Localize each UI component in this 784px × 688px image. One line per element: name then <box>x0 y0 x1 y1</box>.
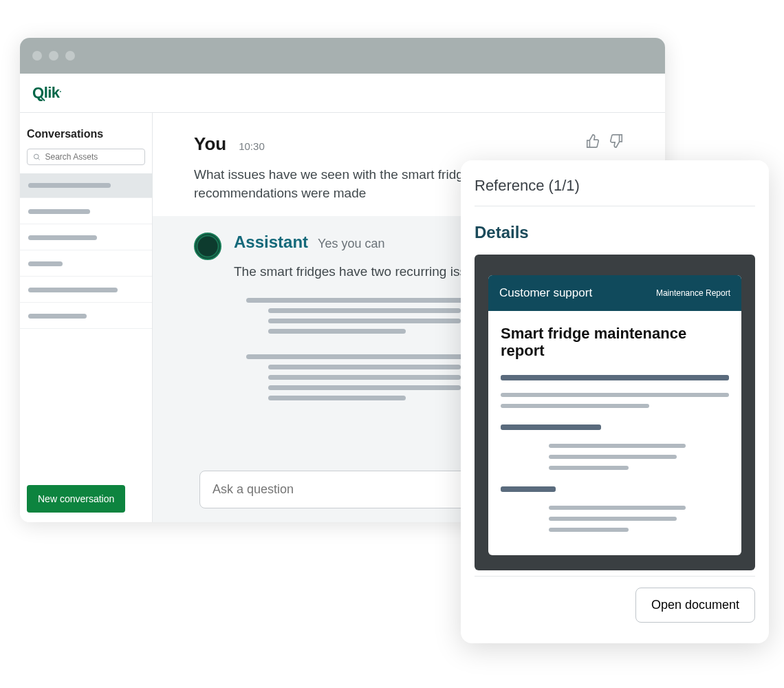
conversation-item[interactable] <box>20 226 152 250</box>
assistant-avatar-icon <box>194 233 221 260</box>
document-tag: Maintenance Report <box>656 288 730 298</box>
message-timestamp: 10:30 <box>239 140 265 152</box>
search-icon <box>33 153 41 162</box>
window-titlebar <box>20 38 665 74</box>
conversation-item[interactable] <box>20 304 152 329</box>
conversation-item[interactable] <box>20 252 152 277</box>
conversation-list <box>20 173 152 329</box>
sidebar-title: Conversations <box>25 121 146 149</box>
svg-point-0 <box>34 154 39 159</box>
assistant-subtitle: Yes you can <box>318 237 384 251</box>
search-input[interactable] <box>45 152 139 162</box>
open-document-button[interactable]: Open document <box>635 588 755 623</box>
document-title: Smart fridge maintenance report <box>501 325 729 360</box>
reference-panel: Reference (1/1) Details Customer support… <box>461 160 769 643</box>
thumbs-down-icon[interactable] <box>609 133 624 151</box>
user-sender-label: You <box>194 133 226 155</box>
reference-heading: Reference (1/1) <box>475 177 755 206</box>
document-body: Smart fridge maintenance report <box>488 311 741 555</box>
qlik-logo: QQliklik. <box>32 84 61 102</box>
window-dot <box>65 51 75 61</box>
window-dot <box>49 51 58 61</box>
document-preview: Customer support Maintenance Report Smar… <box>475 255 755 570</box>
thumbs-up-icon[interactable] <box>585 133 600 151</box>
brand-row: QQliklik. <box>20 74 665 113</box>
details-label: Details <box>475 223 755 242</box>
search-input-wrapper[interactable] <box>27 149 145 165</box>
sidebar: Conversations New conversation <box>20 113 153 522</box>
conversation-item[interactable] <box>20 278 152 303</box>
new-conversation-button[interactable]: New conversation <box>27 485 125 513</box>
assistant-sender-label: Assistant <box>234 233 308 252</box>
document-header: Customer support Maintenance Report <box>488 275 741 311</box>
conversation-item[interactable] <box>20 173 152 198</box>
conversation-item[interactable] <box>20 200 152 224</box>
document-category: Customer support <box>499 286 592 300</box>
window-dot <box>32 51 42 61</box>
svg-line-1 <box>38 158 39 159</box>
